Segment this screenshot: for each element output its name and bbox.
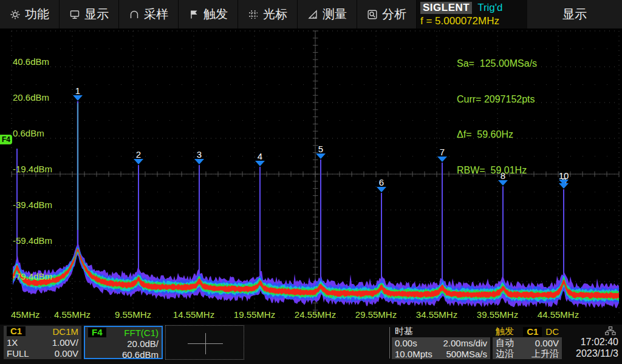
fft-delta-f: Δf= 59.60Hz	[457, 129, 537, 141]
menu-item-flag[interactable]: 触发	[179, 0, 238, 29]
menu-item-label: 触发	[203, 6, 228, 22]
f4-source: FFT(C1)	[124, 328, 159, 338]
f4-ref: 60.6dBm	[122, 349, 159, 360]
menu-item-label: 显示	[84, 6, 109, 22]
peak-label: 7	[440, 147, 445, 157]
y-axis-label: -39.4dBm	[13, 200, 52, 210]
analyze-icon	[367, 9, 378, 20]
trigger-source: C1	[523, 327, 542, 337]
lan-icon	[605, 326, 616, 337]
c1-coupling: DC1M	[52, 326, 78, 337]
timebase-delay: 0.00s	[395, 338, 417, 348]
menu-item-display[interactable]: 显示	[60, 0, 119, 29]
fft-sample-rate: Sa= 125.00MSa/s	[457, 58, 537, 70]
x-axis-label: 29.55MHz	[355, 309, 397, 320]
frequency-readout: f = 5.000072MHz	[420, 15, 524, 28]
x-axis-label: 45MHz	[11, 309, 40, 320]
flag-icon	[188, 9, 199, 20]
trigger-level: 0.00V	[535, 338, 559, 348]
x-axis-label: 14.55MHz	[173, 309, 214, 320]
math-f4-box[interactable]: F4FFT(C1) 20.0dB/ 60.6dBm	[84, 326, 163, 359]
peak-marker	[316, 153, 326, 159]
clock-date: 2023/11/3	[576, 348, 618, 359]
trigger-status: Trig'd	[477, 2, 502, 14]
channel-c1-box[interactable]: C1DC1M 1X1.00V/ FULL0.00V	[4, 326, 81, 359]
menu-item-sample[interactable]: 采样	[119, 0, 179, 29]
y-axis-label: 40.6dBm	[13, 56, 49, 67]
timebase-points: 10.0Mpts	[395, 349, 432, 359]
menu-item-label: 测量	[323, 6, 347, 22]
menu-item-gear[interactable]: 功能	[0, 0, 60, 29]
peak-marker	[377, 187, 386, 192]
c1-probe: 1X	[7, 337, 18, 348]
trigger-title: 触发	[496, 326, 514, 337]
x-axis-label: 24.55MHz	[295, 309, 336, 320]
trigger-box[interactable]: 触发C1DC 自动0.00V 边沿上升沿	[493, 326, 562, 359]
brand-logo: SIGLENT	[420, 2, 472, 14]
menu-item-label: 分析	[382, 6, 406, 22]
peak-marker	[255, 161, 265, 166]
y-axis-label: 0.6dBm	[13, 128, 44, 138]
y-axis-label: -79.4dBm	[13, 271, 52, 281]
display-menu-button[interactable]: 显示	[527, 0, 622, 29]
clock-panel: 17:02:40 2023/11/3	[564, 326, 622, 359]
f4-trace-badge[interactable]: F4	[0, 135, 12, 144]
y-axis-label: -59.4dBm	[13, 235, 52, 246]
peak-marker	[194, 159, 204, 164]
menu-bar: 功能显示采样触发光标测量分析 SIGLENT Trig'd f = 5.0000…	[0, 0, 622, 29]
menu-item-label: 采样	[144, 6, 168, 22]
peak-label: 4	[258, 151, 262, 161]
c1-bandwidth: FULL	[7, 348, 29, 359]
statusbar-divider	[389, 327, 390, 359]
x-axis-label: 34.55MHz	[416, 309, 457, 320]
menu-item-label: 功能	[25, 6, 49, 22]
cursor-icon	[248, 9, 259, 20]
peak-label: 5	[318, 144, 323, 154]
waveform-display: 1234567891040.6dBm20.6dBm0.6dBm-19.4dBm-…	[0, 29, 622, 325]
timebase-box[interactable]: 时基 0.00s2.00ms/div 10.0Mpts500MSa/s	[392, 326, 490, 359]
trigger-slope: 上升沿	[531, 348, 559, 360]
y-axis-label: 20.6dBm	[13, 92, 49, 103]
peak-label: 1	[75, 86, 80, 96]
trigger-coupling: DC	[545, 326, 559, 337]
peak-label: 6	[379, 177, 384, 187]
x-axis-label: 9.55MHz	[115, 309, 151, 320]
fft-points: Curr= 2097152pts	[457, 93, 537, 106]
f4-scale: 20.0dB/	[127, 339, 159, 349]
peak-label: 10	[559, 170, 569, 181]
fft-info-panel: Sa= 125.00MSa/s Curr= 2097152pts Δf= 59.…	[457, 34, 537, 200]
clock-time: 17:02:40	[581, 337, 618, 348]
gear-icon	[10, 9, 21, 20]
c1-offset: 0.00V	[55, 348, 78, 359]
y-axis-label: -19.4dBm	[13, 164, 52, 174]
x-axis-label: 4.55MHz	[54, 309, 91, 320]
sample-icon	[129, 9, 140, 20]
menu-items: 功能显示采样触发光标测量分析	[0, 0, 417, 29]
x-axis-label: 39.55MHz	[477, 309, 518, 320]
menu-item-cursor[interactable]: 光标	[238, 0, 298, 29]
peak-marker	[134, 159, 143, 164]
menu-item-label: 光标	[263, 6, 287, 22]
peak-label: 3	[197, 149, 202, 160]
c1-label: C1	[7, 326, 26, 336]
peak-marker	[437, 157, 447, 162]
oscilloscope-screen: 功能显示采样触发光标测量分析 SIGLENT Trig'd f = 5.0000…	[0, 0, 622, 364]
peak-marker	[73, 95, 83, 101]
fft-rbw: RBW= 59.01Hz	[457, 164, 537, 177]
c1-scale: 1.00V/	[52, 337, 78, 348]
menu-item-analyze[interactable]: 分析	[357, 0, 417, 29]
crosshair-icon	[188, 333, 223, 354]
timebase-srate: 500MSa/s	[446, 349, 487, 359]
display-icon	[69, 9, 80, 20]
menu-item-measure[interactable]: 测量	[298, 0, 357, 29]
trigger-type: 边沿	[496, 348, 514, 360]
status-bar: C1DC1M 1X1.00V/ FULL0.00V F4FFT(C1) 20.0…	[0, 325, 622, 364]
trigger-mode: 自动	[496, 337, 514, 349]
f4-label: F4	[88, 328, 106, 337]
timebase-scale: 2.00ms/div	[443, 338, 487, 348]
empty-trace-slot[interactable]	[165, 325, 244, 360]
brand-panel: SIGLENT Trig'd f = 5.000072MHz	[417, 0, 527, 29]
measure-icon	[307, 9, 318, 20]
x-axis-label: 44.55MHz	[538, 309, 579, 320]
timebase-title: 时基	[395, 326, 413, 337]
